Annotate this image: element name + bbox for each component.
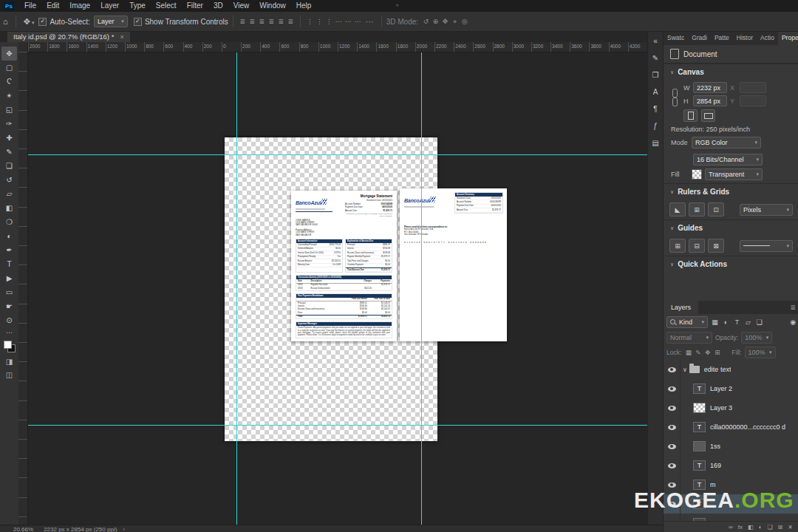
layer-thumbnail[interactable] [693, 403, 706, 413]
eyedropper-tool[interactable]: ✑ [1, 117, 17, 131]
healing-brush-tool[interactable]: ✚ [1, 131, 17, 145]
document-tab[interactable]: Italy id.psd @ 20.7% (RGB/16) * × [7, 31, 130, 42]
lock-position-icon[interactable]: ✥ [703, 349, 712, 356]
layer-thumbnail[interactable] [693, 441, 706, 451]
type-layer-thumbnail[interactable]: T [693, 480, 706, 490]
new-guide-layout-icon[interactable]: ⊞ [669, 239, 686, 253]
menu-item[interactable]: Edit [41, 0, 64, 12]
align-right-icon[interactable]: ≣ [257, 18, 267, 25]
type-layer-thumbnail[interactable]: T [693, 499, 706, 509]
grid-toggle-icon[interactable]: ⊞ [689, 202, 705, 216]
guide-vertical-2[interactable] [421, 52, 422, 525]
distribute-horizontal-left-icon[interactable]: ⋯ [334, 18, 344, 25]
brush-settings-icon[interactable]: ✎ [652, 50, 658, 66]
ruler-units-dropdown[interactable]: Pixels▾ [740, 204, 793, 216]
menu-item[interactable]: Help [291, 0, 317, 12]
vertical-ruler[interactable] [18, 52, 28, 525]
3d-scale-icon[interactable]: ◎ [460, 18, 469, 26]
layer-row[interactable]: Layer 3 [664, 398, 798, 417]
filter-type-layers-icon[interactable]: T [732, 318, 742, 326]
align-top-icon[interactable]: ≣ [267, 18, 276, 25]
guide-vertical-1[interactable] [236, 52, 237, 525]
link-dimensions-icon[interactable] [672, 88, 678, 109]
visibility-toggle[interactable] [664, 494, 681, 514]
panel-tab[interactable]: Actio [757, 31, 778, 45]
new-layer-icon[interactable]: ⊞ [778, 524, 783, 531]
layer-row[interactable]: T 01.01.1990 [664, 514, 798, 521]
history-brush-tool[interactable]: ↺ [1, 173, 17, 187]
screen-mode-icon[interactable]: ◫ [6, 371, 13, 379]
new-group-icon[interactable]: ❏ [767, 524, 772, 531]
zoom-tool[interactable]: ⊙ [1, 313, 17, 327]
color-swatches[interactable] [4, 341, 16, 352]
distribute-horizontal-right-icon[interactable]: ⋯ [353, 18, 363, 25]
bit-depth-dropdown[interactable]: 16 Bits/Channel▾ [693, 154, 763, 166]
visibility-toggle[interactable] [664, 514, 681, 521]
distribute-vertical-center-icon[interactable]: ⋮ [315, 18, 324, 25]
group-chevron-icon[interactable]: ∨ [683, 366, 687, 373]
guides-section-header[interactable]: ∨ Guides [664, 219, 798, 236]
move-tool-icon[interactable]: ✥▾ [21, 17, 38, 27]
fill-input[interactable]: 100%▾ [745, 347, 776, 358]
rulers-grids-section-header[interactable]: ∨ Rulers & Grids [664, 183, 798, 200]
lock-guides-icon[interactable]: ⊟ [689, 239, 705, 253]
move-tool[interactable]: ✥ [1, 47, 17, 61]
3d-roll-icon[interactable]: ⊕ [431, 18, 440, 26]
quick-mask-icon[interactable]: ◨ [6, 358, 13, 366]
width-input[interactable]: 2232 px [693, 82, 727, 93]
home-icon[interactable]: ⌂ [0, 17, 11, 26]
clear-guides-icon[interactable]: ⊠ [708, 239, 724, 253]
panel-menu-icon[interactable]: ≣ [790, 301, 798, 314]
dodge-tool[interactable]: ◐ [1, 229, 17, 243]
3d-drag-icon[interactable]: ✥ [440, 18, 450, 26]
layer-row[interactable]: T 169 [664, 456, 798, 475]
canvas-section-header[interactable]: ∨ Canvas [664, 64, 798, 80]
lasso-tool[interactable]: Ϛ [1, 75, 17, 89]
menu-item[interactable]: 3D [208, 0, 228, 12]
status-arrow-icon[interactable]: › [123, 526, 125, 532]
layer-row[interactable]: ∨ edite text [664, 360, 798, 379]
show-transform-checkbox[interactable]: ✓ [134, 18, 142, 26]
canvas-viewport[interactable]: BancoAzul Mortgage Statement Statement D… [27, 52, 647, 525]
lock-transparency-icon[interactable]: ▦ [684, 349, 692, 356]
align-left-icon[interactable]: ≣ [238, 18, 248, 25]
type-layer-thumbnail[interactable]: T [693, 460, 706, 471]
visibility-toggle[interactable] [664, 379, 681, 398]
visibility-toggle[interactable] [664, 456, 681, 475]
opacity-input[interactable]: 100%▾ [741, 332, 772, 344]
gradient-tool[interactable]: ◧ [1, 201, 17, 215]
glyphs-panel-icon[interactable]: ƒ [653, 117, 658, 134]
3d-rotate-icon[interactable]: ↺ [421, 18, 431, 26]
share-icon[interactable]: ▫ [396, 1, 398, 9]
eraser-tool[interactable]: ▱ [1, 187, 17, 201]
foreground-color-swatch[interactable] [4, 341, 12, 349]
edit-toolbar-icon[interactable]: ⋯ [6, 329, 13, 336]
layer-name[interactable]: 1ss [710, 443, 720, 450]
type-layer-thumbnail[interactable]: T [693, 422, 706, 432]
visibility-toggle[interactable] [664, 360, 681, 379]
blur-tool[interactable]: ❍ [1, 215, 17, 229]
visibility-toggle[interactable] [664, 437, 681, 456]
layer-row[interactable]: T [664, 494, 798, 514]
layer-name[interactable]: m [710, 481, 716, 488]
layer-mask-icon[interactable]: ◧ [748, 524, 754, 531]
zoom-level[interactable]: 20.66% [13, 526, 33, 532]
statement-page-1[interactable]: BancoAzul Mortgage Statement Statement D… [291, 191, 397, 341]
type-layer-thumbnail[interactable]: T [693, 383, 706, 394]
menu-item[interactable]: File [19, 0, 41, 12]
layer-name[interactable]: 169 [710, 462, 721, 469]
horizontal-ruler[interactable]: 2000180016001400120010008006004002000200… [18, 42, 647, 52]
filter-toggle-icon[interactable]: ◉ [790, 318, 796, 326]
menu-item[interactable]: Select [151, 0, 182, 12]
filter-smart-objects-icon[interactable]: ❑ [754, 318, 764, 326]
shape-tool[interactable]: ▭ [1, 285, 17, 299]
layer-name[interactable]: edite text [704, 366, 732, 373]
filter-pixel-layers-icon[interactable]: ▦ [710, 318, 720, 326]
pen-tool[interactable]: ✒ [1, 243, 17, 257]
height-input[interactable]: 2854 px [693, 95, 727, 106]
snap-toggle-icon[interactable]: ⊡ [708, 202, 724, 216]
lock-pixels-icon[interactable]: ✎ [694, 349, 702, 356]
visibility-toggle[interactable] [664, 417, 681, 437]
brush-tool[interactable]: ✎ [1, 145, 17, 159]
align-bottom-icon[interactable]: ≣ [286, 18, 296, 25]
